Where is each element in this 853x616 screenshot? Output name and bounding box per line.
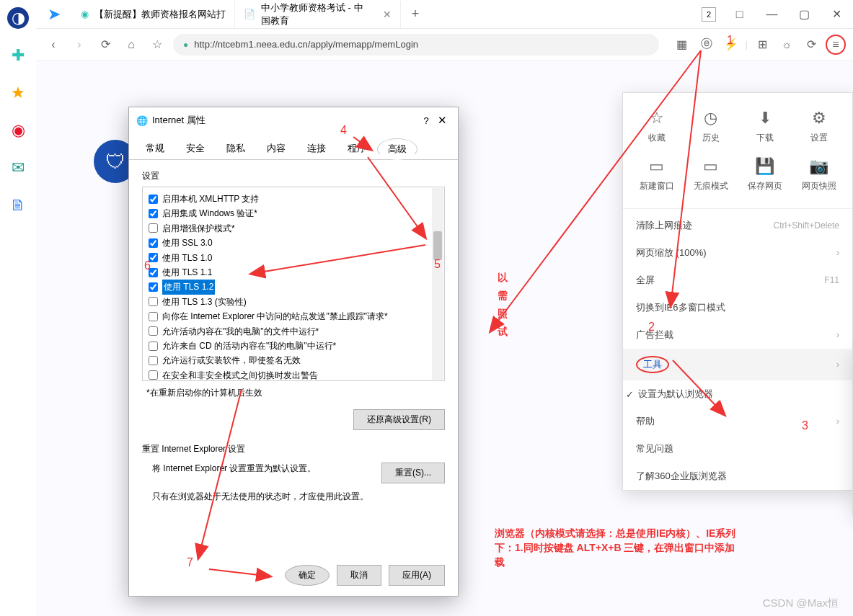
check-icon: ✓ [626,389,634,400]
menu-default-browser[interactable]: ✓设置为默认浏览器 [623,380,852,408]
menu-history[interactable]: ◷历史 [684,103,737,150]
setting-checkbox[interactable] [149,209,158,218]
menu-tools[interactable]: 工具 › 打印Ctrl+P 页面查找Ctrl+F 自动刷新› 代理服务器› 开发… [623,349,852,380]
reload-button[interactable]: ⟳ [95,35,115,55]
reset-button[interactable]: 重置(S)... [381,463,445,483]
menu-save-page[interactable]: 💾保存网页 [738,151,791,198]
settings-listbox[interactable]: 启用本机 XMLHTTP 支持启用集成 Windows 验证*启用增强保护模式*… [142,187,445,381]
compat-icon[interactable]: ⓔ [697,35,717,55]
qr-icon[interactable]: ▦ [672,35,692,55]
close-tab-icon[interactable]: ✕ [383,9,392,20]
reset-note: 只有在浏览器处于无法使用的状态时，才应使用此设置。 [152,491,445,503]
menu-clear-traces[interactable]: 清除上网痕迹Ctrl+Shift+Delete [623,212,852,239]
close-dialog-button[interactable]: ✕ [433,114,451,127]
setting-checkbox[interactable] [149,297,158,306]
lock-icon: ● [183,40,188,50]
setting-checkbox[interactable] [149,238,158,248]
setting-item[interactable]: 启用本机 XMLHTTP 支持 [149,192,438,206]
star-plus-icon[interactable]: ★ [7,82,29,104]
back-button[interactable]: ‹ [43,35,63,55]
menu-snapshot[interactable]: 📷网页快照 [792,151,845,198]
setting-checkbox[interactable] [149,370,158,380]
tab-content[interactable]: 内容 [256,138,296,159]
maximize-button[interactable]: ▢ [788,0,821,29]
menu-settings[interactable]: ⚙设置 [792,103,845,150]
setting-item[interactable]: 使用 TLS 1.2 [149,280,438,294]
setting-item[interactable]: 允许运行或安装软件，即使签名无效 [149,353,438,367]
tab-bar: ➤ ◉ 【新提醒】教师资格报名网站打 📄 中小学教师资格考试 - 中国教育 ✕ … [36,0,853,29]
menu-zoom[interactable]: 网页缩放 (100%)› [623,239,852,267]
menu-downloads[interactable]: ⬇下载 [738,103,791,150]
menu-about-360[interactable]: 了解360企业版浏览器 [623,463,852,490]
apply-button[interactable]: 应用(A) [389,565,445,586]
message-icon[interactable]: ✚ [7,45,29,66]
setting-label: 使用 TLS 1.3 (实验性) [162,295,247,309]
ok-button[interactable]: 确定 [285,565,330,586]
setting-checkbox[interactable] [149,342,158,351]
setting-item[interactable]: 在安全和非安全模式之间切换时发出警告 [149,368,438,381]
setting-item[interactable]: 启用增强保护模式* [149,221,438,236]
setting-item[interactable]: 使用 SSL 3.0 [149,236,438,250]
menu-faq[interactable]: 常见问题 [623,435,852,463]
annotation-7: 7 [187,556,193,569]
menu-favorites[interactable]: ☆收藏 [630,103,683,150]
setting-checkbox[interactable] [149,356,158,365]
tab-connections[interactable]: 连接 [296,138,337,159]
tab-general[interactable]: 常规 [135,138,175,159]
setting-item[interactable]: 启用集成 Windows 验证* [149,206,438,220]
tab-programs[interactable]: 程序 [337,138,377,159]
camera-icon: 📷 [809,157,828,176]
doc-icon[interactable]: 🗎 [7,195,29,216]
tab-advanced[interactable]: 高级 [377,138,417,160]
extensions-icon[interactable]: ⊞ [752,35,772,55]
menu-help[interactable]: 帮助› [623,408,852,435]
browser-icon[interactable]: ➤ [43,4,65,25]
menu-fullscreen[interactable]: 全屏F11 [623,267,852,294]
cancel-button[interactable]: 取消 [337,565,381,586]
menu-button[interactable]: ≡ [826,35,846,55]
tab-security[interactable]: 安全 [175,138,216,159]
setting-item[interactable]: 允许来自 CD 的活动内容在"我的电脑"中运行* [149,339,438,353]
tab-2[interactable]: 📄 中小学教师资格考试 - 中国教育 ✕ [235,1,401,28]
close-window-button[interactable]: ✕ [821,0,853,29]
setting-item[interactable]: 向你在 Internet Explorer 中访问的站点发送"禁止跟踪"请求* [149,309,438,323]
tab-privacy[interactable]: 隐私 [216,138,256,159]
scrollbar[interactable] [432,188,443,380]
app-logo-icon: ◑ [7,7,29,29]
menu-adblock[interactable]: 广告拦截› [623,321,852,349]
setting-checkbox[interactable] [149,195,158,204]
setting-checkbox[interactable] [149,326,158,336]
scrollbar-thumb[interactable] [433,231,442,260]
tab-count[interactable]: 2 [702,7,716,22]
menu-ie6-mode[interactable]: 切换到IE6多窗口模式 [623,294,852,321]
setting-checkbox[interactable] [149,223,158,233]
home-button[interactable]: ⌂ [121,35,141,55]
favorite-button[interactable]: ☆ [147,35,167,55]
weibo-icon[interactable]: ◉ [7,120,29,141]
download-icon: ⬇ [759,109,772,128]
setting-item[interactable]: 使用 TLS 1.1 [149,265,438,280]
new-tab-button[interactable]: + [401,6,430,22]
menu-new-window[interactable]: ▭新建窗口 [630,151,683,198]
tab-favicon-icon: ◉ [81,9,89,19]
forward-button[interactable]: › [69,35,89,55]
setting-item[interactable]: 使用 TLS 1.3 (实验性) [149,295,438,309]
tab-1[interactable]: ◉ 【新提醒】教师资格报名网站打 [72,1,235,28]
setting-checkbox[interactable] [149,282,158,292]
restore-defaults-button[interactable]: 还原高级设置(R) [353,409,445,430]
left-rail: ◑ ✚ ★ ◉ ✉ 🗎 [0,0,36,616]
wardrobe-icon[interactable]: □ [723,0,756,29]
setting-checkbox[interactable] [149,312,158,321]
menu-incognito[interactable]: ▭无痕模式 [684,151,737,198]
url-input[interactable]: ● http://ntcebm1.neea.edu.cn/apply/memap… [173,34,659,55]
tab-1-label: 【新提醒】教师资格报名网站打 [94,8,226,21]
setting-item[interactable]: 使用 TLS 1.0 [149,251,438,265]
annotation-2: 2 [648,321,655,334]
help-button[interactable]: ? [419,115,433,126]
download-icon[interactable]: ⟳ [801,35,821,55]
minimize-button[interactable]: — [756,0,788,29]
setting-item[interactable]: 允许活动内容在"我的电脑"的文件中运行* [149,324,438,339]
theme-icon[interactable]: ☼ [777,35,797,55]
dialog-titlebar[interactable]: 🌐 Internet 属性 ? ✕ [129,107,458,133]
mail-icon[interactable]: ✉ [7,157,29,179]
